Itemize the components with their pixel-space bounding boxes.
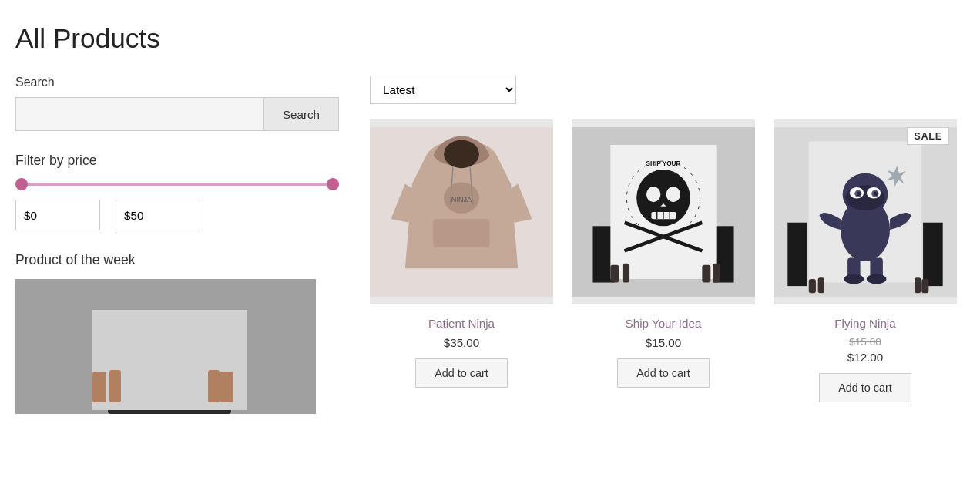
product-price-patient-ninja: $35.00 <box>444 336 479 349</box>
svg-rect-13 <box>433 219 489 247</box>
add-to-cart-flying-ninja[interactable]: Add to cart <box>819 373 911 402</box>
svg-rect-7 <box>220 372 233 402</box>
slider-thumb-max[interactable] <box>327 178 339 190</box>
product-name-patient-ninja[interactable]: Patient Ninja <box>428 317 495 330</box>
svg-rect-56 <box>921 279 928 293</box>
svg-rect-57 <box>915 277 921 293</box>
product-image-ship-your-idea: SHIP YOUR IDEA <box>572 119 755 304</box>
svg-text:NINJA: NINJA <box>451 196 472 203</box>
product-original-price-flying-ninja: $15.00 <box>849 336 881 348</box>
svg-point-51 <box>844 274 864 284</box>
sort-row: Latest Price: Low to High Price: High to… <box>370 76 957 104</box>
product-sale-price-flying-ninja: $12.00 <box>847 351 883 364</box>
product-image-flying-ninja: SALE <box>774 119 957 304</box>
product-name-ship-your-idea[interactable]: Ship Your Idea <box>626 317 702 330</box>
add-to-cart-ship-your-idea[interactable]: Add to cart <box>617 358 710 388</box>
sale-badge: SALE <box>907 127 949 145</box>
svg-rect-38 <box>923 223 943 286</box>
main-content: Latest Price: Low to High Price: High to… <box>370 76 957 414</box>
product-name-flying-ninja[interactable]: Flying Ninja <box>834 317 895 330</box>
search-row: Search <box>15 97 339 131</box>
svg-rect-32 <box>610 265 619 283</box>
slider-thumb-min[interactable] <box>15 178 28 190</box>
sort-select[interactable]: Latest Price: Low to High Price: High to… <box>370 76 516 104</box>
svg-rect-54 <box>809 279 816 293</box>
svg-rect-37 <box>787 223 807 286</box>
search-input[interactable] <box>15 97 263 131</box>
svg-rect-8 <box>208 370 220 402</box>
svg-point-48 <box>874 191 878 195</box>
svg-point-52 <box>867 274 887 284</box>
price-slider[interactable] <box>15 183 339 186</box>
price-max-input[interactable] <box>116 200 200 230</box>
svg-text:IDEA: IDEA <box>656 170 671 177</box>
search-button[interactable]: Search <box>263 97 339 131</box>
sidebar: Search Search Filter by price Product of… <box>15 76 339 414</box>
svg-rect-55 <box>818 277 824 293</box>
product-week-image <box>15 279 316 414</box>
product-card: NINJA Patient Ninja $35.00 Add to cart <box>370 119 553 402</box>
svg-point-21 <box>646 187 660 202</box>
svg-point-42 <box>845 185 884 210</box>
search-label: Search <box>15 76 339 89</box>
price-inputs <box>15 200 339 230</box>
svg-point-22 <box>666 187 680 202</box>
svg-rect-33 <box>623 264 629 283</box>
price-min-input[interactable] <box>15 200 100 230</box>
product-image-patient-ninja: NINJA <box>370 119 553 304</box>
svg-point-47 <box>857 191 861 195</box>
slider-track <box>15 183 339 186</box>
page-title: All Products <box>15 23 957 54</box>
filter-by-price-title: Filter by price <box>15 153 339 169</box>
product-card: SHIP YOUR IDEA Ship Your Idea $15.00 Add… <box>572 119 755 402</box>
product-card: SALE <box>774 119 957 402</box>
svg-rect-34 <box>702 265 710 283</box>
svg-text:SHIP YOUR: SHIP YOUR <box>646 161 681 168</box>
svg-point-10 <box>444 140 479 169</box>
svg-rect-5 <box>92 372 106 402</box>
product-price-ship-your-idea: $15.00 <box>646 336 681 349</box>
svg-rect-6 <box>109 370 121 402</box>
svg-rect-35 <box>713 264 720 283</box>
add-to-cart-patient-ninja[interactable]: Add to cart <box>415 358 508 388</box>
product-week-title: Product of the week <box>15 252 339 268</box>
products-grid: NINJA Patient Ninja $35.00 Add to cart <box>370 119 957 402</box>
